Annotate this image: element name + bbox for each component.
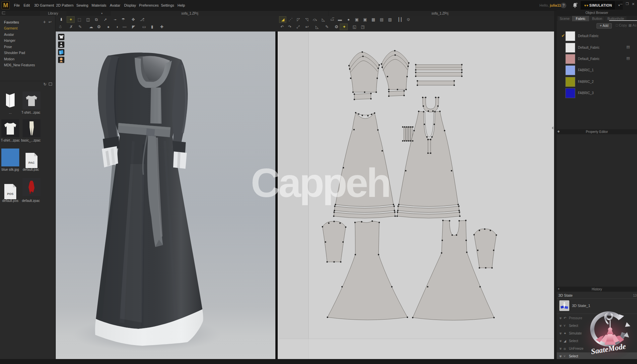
- svg-text:POS: POS: [7, 192, 13, 196]
- svg-text:PAC: PAC: [29, 161, 35, 164]
- svg-text:+: +: [576, 3, 577, 4]
